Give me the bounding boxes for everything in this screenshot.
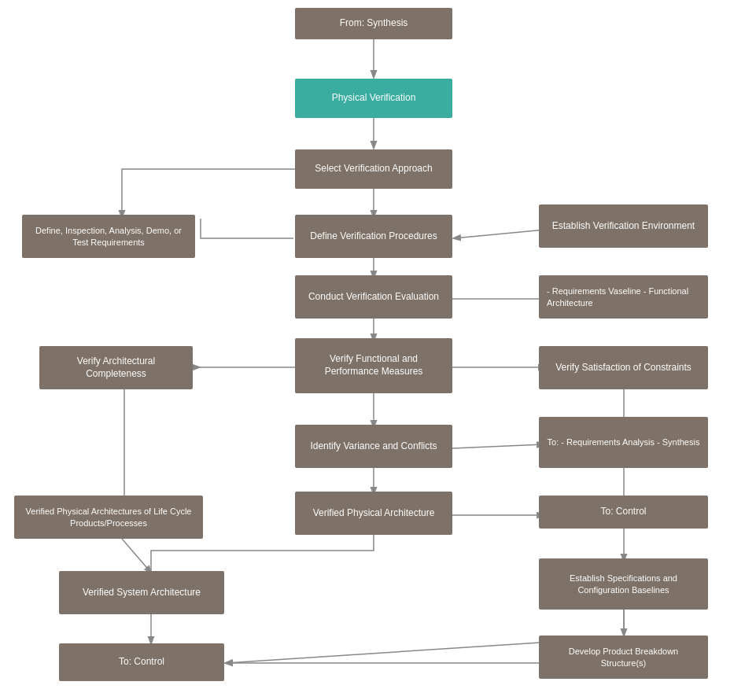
select-verification-approach-box: Select Verification Approach	[295, 149, 452, 189]
svg-line-8	[452, 444, 544, 448]
diagram-container: From: Synthesis Physical Verification Se…	[0, 0, 745, 700]
physical-verification-box: Physical Verification	[295, 79, 452, 118]
identify-variance-conflicts-box: Identify Variance and Conflicts	[295, 425, 452, 468]
verified-system-architecture-box: Verified System Architecture	[59, 571, 224, 614]
verified-physical-architecture-box: Verified Physical Architecture	[295, 492, 452, 535]
verified-physical-architectures-box: Verified Physical Architectures of Life …	[14, 496, 203, 539]
establish-verification-environment-box: Establish Verification Environment	[539, 204, 708, 248]
conduct-verification-evaluation-box: Conduct Verification Evaluation	[295, 275, 452, 319]
to-requirements-analysis-box: To: - Requirements Analysis - Synthesis	[539, 417, 708, 468]
verify-architectural-completeness-box: Verify Architectural Completeness	[39, 346, 193, 389]
svg-line-11	[122, 539, 151, 573]
svg-line-3	[454, 230, 545, 238]
verify-satisfaction-constraints-box: Verify Satisfaction of Constraints	[539, 346, 708, 389]
to-control-right-box: To: Control	[539, 496, 708, 529]
define-inspection-box: Define, Inspection, Analysis, Demo, or T…	[22, 215, 195, 258]
develop-product-breakdown-box: Develop Product Breakdown Structure(s)	[539, 636, 708, 679]
define-verification-procedures-box: Define Verification Procedures	[295, 215, 452, 258]
from-synthesis-box: From: Synthesis	[295, 8, 452, 39]
to-control-bottom-box: To: Control	[59, 643, 224, 681]
verify-functional-performance-box: Verify Functional and Performance Measur…	[295, 338, 452, 393]
establish-specifications-box: Establish Specifications and Configurati…	[539, 558, 708, 610]
requirements-vaseline-box: - Requirements Vaseline - Functional Arc…	[539, 275, 708, 319]
